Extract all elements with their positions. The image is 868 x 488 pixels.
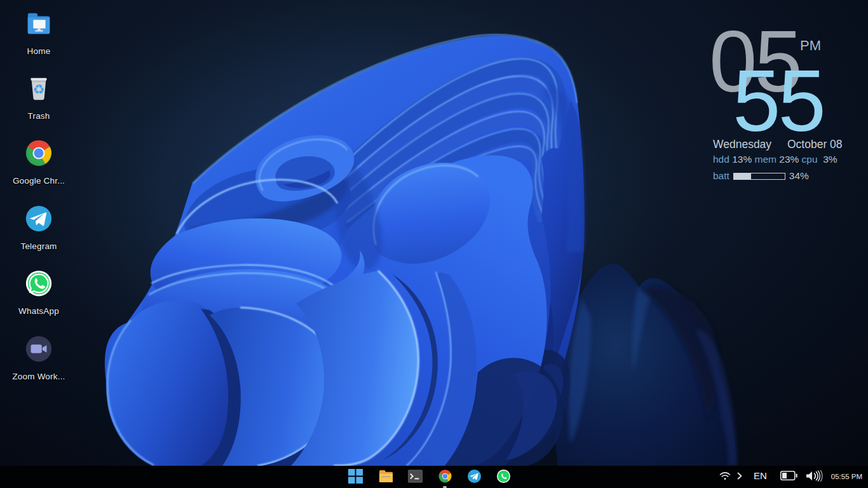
svg-text:♻: ♻ (33, 82, 45, 97)
